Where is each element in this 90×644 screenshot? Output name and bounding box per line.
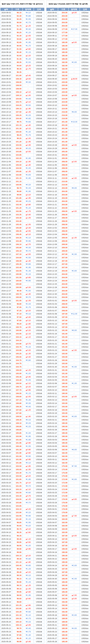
change-cell: ▲0.50 xyxy=(23,541,34,544)
change-cell: ▲1.30 xyxy=(23,292,34,296)
table-row: 2025-01-02208.00▲4.00USD/ton xyxy=(46,299,90,302)
table-row: 2025-03-18175.00-USD/ton xyxy=(46,474,90,478)
table-row: 2024-12-04106.45▲0.10USD/dt xyxy=(0,233,44,236)
date-cell: 2024-09-17 xyxy=(46,47,58,51)
date-cell: 2025-02-26 xyxy=(46,428,58,432)
table-row: 2025-02-05104.40▼1.05USD/dt xyxy=(0,378,44,382)
date-cell: 2025-02-03 xyxy=(46,372,58,375)
table-row: 2025-05-09192.00▲5.00USD/ton xyxy=(46,597,90,600)
unit-cell: USD/dt xyxy=(34,547,44,551)
table-row: 2025-01-02101.05▲1.05USD/dt xyxy=(0,299,44,302)
unit-cell: USD/ton xyxy=(80,21,90,24)
date-cell: 2024-11-28 xyxy=(0,220,12,223)
date-cell: 2024-12-02 xyxy=(46,226,58,230)
unit-cell: USD/ton xyxy=(80,524,90,528)
date-cell: 2024-11-06 xyxy=(46,166,58,170)
change-cell: - xyxy=(69,398,80,402)
unit-cell: USD/ton xyxy=(80,610,90,614)
table-row: 2025-04-29187.00-USD/ton xyxy=(46,574,90,577)
unit-cell: USD/ton xyxy=(80,594,90,597)
col-header-change: 등락폭 xyxy=(23,8,34,11)
date-cell: 2025-02-17 xyxy=(46,405,58,408)
price-cell: 107.50 xyxy=(12,110,23,114)
table-row: 2024-09-0590.50▼2.75USD/dt xyxy=(0,21,44,24)
change-cell: - xyxy=(69,153,80,157)
table-row: 2024-09-30108.30▲6.50USD/dt xyxy=(0,77,44,80)
unit-cell: USD/dt xyxy=(34,140,44,144)
price-cell: 172.00 xyxy=(58,488,69,491)
date-cell: 2024-09-20 xyxy=(46,57,58,61)
unit-cell: USD/ton xyxy=(80,157,90,160)
table-row: 2024-09-16185.00-USD/ton xyxy=(46,44,90,47)
change-cell: - xyxy=(23,534,34,537)
table-row: 2024-11-22204.00-USD/ton xyxy=(46,206,90,210)
date-cell: 2025-01-30 xyxy=(46,365,58,368)
unit-cell: USD/dt xyxy=(34,402,44,405)
date-cell: 2025-05-27 xyxy=(46,637,58,640)
unit-cell: USD/dt xyxy=(34,223,44,226)
change-cell: ▲0.20 xyxy=(23,329,34,332)
change-cell: ▼1.70 xyxy=(23,44,34,47)
price-cell: 99.20 xyxy=(12,567,23,570)
change-cell: - xyxy=(23,550,34,554)
change-cell: - xyxy=(69,272,80,276)
change-cell: ▲2.05 xyxy=(23,34,34,38)
change-cell: ▲1.65 xyxy=(23,464,34,468)
change-cell: - xyxy=(69,64,80,67)
date-cell: 2025-04-01 xyxy=(0,508,12,511)
change-cell: - xyxy=(69,358,80,362)
unit-cell: USD/dt xyxy=(34,272,44,276)
date-cell: 2025-02-14 xyxy=(0,402,12,405)
change-cell: ▼3.00 xyxy=(69,415,80,418)
unit-cell: USD/ton xyxy=(80,124,90,127)
table-row: 2024-10-18201.00-USD/ton xyxy=(46,124,90,127)
table-row: 2025-01-20191.00-USD/ton xyxy=(46,339,90,342)
unit-cell: USD/ton xyxy=(80,120,90,124)
table-row: 2024-11-13100.95▼0.20USD/dt xyxy=(0,183,44,186)
table-row: 2024-09-1890.40▼1.15USD/dt xyxy=(0,51,44,54)
change-cell: ▼2.50 xyxy=(23,256,34,259)
unit-cell: USD/dt xyxy=(34,153,44,157)
price-cell: 95.75 xyxy=(12,528,23,531)
unit-cell: USD/ton xyxy=(80,567,90,570)
table-row: 2025-03-10182.00-USD/ton xyxy=(46,454,90,458)
date-cell: 2025-02-19 xyxy=(0,412,12,415)
date-cell: 2024-12-18 xyxy=(46,266,58,269)
price-cell: 224.00 xyxy=(58,107,69,110)
table-row: 2024-09-0492.25▼2.05USD/dt xyxy=(0,18,44,21)
change-cell: ▲4.00 xyxy=(69,299,80,302)
change-cell: - xyxy=(69,193,80,196)
date-cell: 2025-01-23 xyxy=(0,349,12,352)
unit-cell: USD/dt xyxy=(34,170,44,173)
unit-cell: USD/ton xyxy=(80,627,90,630)
table-row: 2025-03-12101.85▼0.10USD/dt xyxy=(0,461,44,464)
price-cell: 185.00 xyxy=(58,640,69,643)
unit-cell: USD/dt xyxy=(34,392,44,395)
unit-cell: USD/dt xyxy=(34,633,44,637)
price-cell: 97.60 xyxy=(12,319,23,322)
change-cell: ▲3.00 xyxy=(69,160,80,163)
date-cell: 2024-09-30 xyxy=(46,77,58,80)
change-cell: ▲1.00 xyxy=(69,236,80,240)
change-cell: - xyxy=(69,438,80,441)
date-cell: 2025-02-10 xyxy=(0,388,12,392)
unit-cell: USD/ton xyxy=(80,600,90,604)
date-cell: 2024-12-20 xyxy=(46,272,58,276)
change-cell: - xyxy=(69,259,80,262)
change-cell: ▲5.25 xyxy=(23,64,34,67)
change-cell: ▼0.15 xyxy=(23,418,34,422)
price-cell: 103.90 xyxy=(12,511,23,514)
unit-cell: USD/dt xyxy=(34,604,44,607)
table-row: 2025-04-1599.95▲0.50USD/dt xyxy=(0,541,44,544)
price-cell: 103.85 xyxy=(12,501,23,504)
price-cell: 106.50 xyxy=(12,382,23,385)
unit-cell: USD/ton xyxy=(80,491,90,494)
price-cell: 201.00 xyxy=(58,137,69,140)
unit-cell: USD/ton xyxy=(80,38,90,41)
table-row: 2024-11-04208.00▲3.00USD/ton xyxy=(46,160,90,163)
table-row: 2025-03-20172.00-USD/ton xyxy=(46,481,90,484)
date-cell: 2025-03-17 xyxy=(46,471,58,474)
unit-cell: USD/ton xyxy=(80,464,90,468)
date-cell: 2025-02-11 xyxy=(0,392,12,395)
unit-cell: USD/dt xyxy=(34,464,44,468)
